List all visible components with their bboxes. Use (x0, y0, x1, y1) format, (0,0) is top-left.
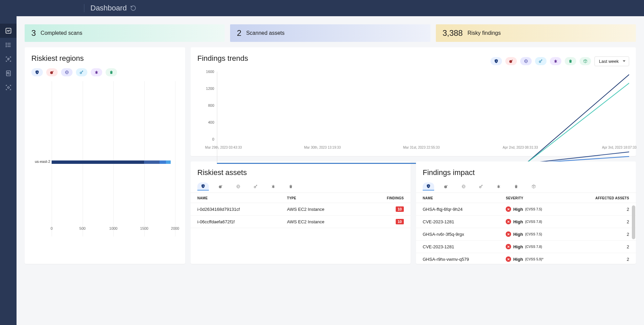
gear-icon[interactable] (458, 182, 469, 191)
trash-icon[interactable] (285, 182, 297, 191)
stat-value: 2 (237, 28, 241, 38)
x-axis-tick: Apr 3rd, 2023 18:07:33 (602, 146, 637, 149)
asset-type: AWS EC2 Instance (280, 216, 362, 228)
shield-icon[interactable]: ✕ (491, 57, 502, 65)
table-row[interactable]: GHSA-ffqj-6fqr-9h24✕High (CVSS 7.5)2 (416, 203, 636, 216)
svg-point-31 (498, 185, 500, 188)
impact-table: NAMESEVERITYAFFECTED ASSETS GHSA-ffqj-6f… (416, 193, 636, 264)
table-header: NAME (416, 193, 499, 203)
shield-icon[interactable]: ✕ (423, 182, 434, 191)
affected-assets: 2 (570, 228, 636, 241)
stat-value: 3,388 (443, 28, 463, 38)
time-range-label: Last week (599, 59, 619, 64)
svg-text:✕: ✕ (496, 60, 497, 62)
asset-name: i-0d2634168d79131cf (191, 203, 280, 216)
table-row[interactable]: i-0d2634168d79131cfAWS EC2 Instance10 (191, 203, 411, 216)
finding-severity: ✕High (CVSS 7.8) (499, 241, 570, 253)
trends-chart: 040080012001600 Mar 29th, 2023 03:43:33M… (197, 72, 629, 149)
severity-icon: ✕ (506, 231, 511, 237)
time-range-select[interactable]: Last week (594, 56, 629, 66)
table-header: SEVERITY (499, 193, 570, 203)
region-bar[interactable] (52, 160, 171, 164)
finding-name: GHSA-r9hx-vwmv-q579 (416, 253, 499, 264)
svg-point-16 (80, 72, 82, 74)
finding-name: GHSA-rv6r-3f5q-9rgx (416, 228, 499, 241)
assets-table: NAMETYPEFINDINGS i-0d2634168d79131cfAWS … (191, 193, 411, 228)
bomb-icon[interactable] (440, 182, 452, 191)
x-axis-tick: 0 (51, 226, 53, 230)
svg-point-20 (539, 61, 541, 62)
bug-icon[interactable] (91, 68, 102, 76)
sidebar-item-dashboard[interactable] (0, 24, 17, 38)
svg-point-17 (95, 71, 97, 74)
sidebar-item-list[interactable] (0, 38, 17, 52)
table-row[interactable]: CVE-2023-1281✕High (CVSS 7.8)2 (416, 216, 636, 228)
severity-icon: ✕ (506, 244, 511, 249)
y-axis-tick: 1600 (197, 70, 214, 74)
stat-label: Scanned assets (246, 30, 285, 36)
gear-icon[interactable] (61, 68, 73, 76)
x-axis-tick: Apr 2nd, 2023 08:31:33 (503, 146, 538, 149)
sidebar (0, 0, 17, 325)
cube-icon[interactable] (528, 182, 539, 191)
affected-assets: 2 (570, 203, 636, 216)
asset-findings: 10 (362, 203, 411, 216)
bomb-icon[interactable] (215, 182, 226, 191)
topbar-divider (84, 4, 84, 12)
stat-label: Risky findings (468, 30, 501, 36)
svg-point-25 (219, 185, 222, 188)
cube-icon[interactable] (580, 57, 591, 65)
table-row[interactable]: GHSA-rv6r-3f5q-9rgx✕High (CVSS 7.5)2 (416, 228, 636, 241)
svg-point-27 (272, 185, 274, 188)
bug-icon[interactable] (268, 182, 279, 191)
severity-icon: ✕ (506, 206, 511, 212)
svg-point-19 (509, 60, 512, 63)
topbar: Dashboard (17, 0, 644, 16)
svg-point-4 (6, 43, 6, 44)
x-axis-tick: 500 (79, 226, 85, 230)
table-row[interactable]: CVE-2023-1281✕High (CVSS 7.8)2 (416, 241, 636, 253)
key-icon[interactable] (475, 182, 487, 191)
svg-point-30 (479, 186, 481, 188)
asset-name: i-06ccffdaefa672f1f (191, 216, 280, 228)
stat-value: 3 (31, 28, 36, 38)
sidebar-item-target[interactable] (0, 52, 17, 66)
table-row[interactable]: GHSA-r9hx-vwmv-q579✕High (CVSS 5.9)*2 (416, 253, 636, 264)
impact-scrollbar[interactable] (632, 205, 635, 239)
key-icon[interactable] (250, 182, 261, 191)
gear-icon[interactable] (232, 182, 244, 191)
bug-icon[interactable] (493, 182, 504, 191)
panel-title: Riskiest regions (31, 54, 178, 63)
sidebar-item-search-doc[interactable] (0, 66, 17, 80)
table-row[interactable]: i-06ccffdaefa672f1fAWS EC2 Instance10 (191, 216, 411, 228)
svg-point-21 (555, 60, 557, 63)
trash-icon[interactable] (510, 182, 522, 191)
finding-severity: ✕High (CVSS 5.9)* (499, 253, 570, 264)
x-axis-tick: 1500 (140, 226, 148, 230)
table-header: NAME (191, 193, 280, 203)
bomb-icon[interactable] (505, 57, 517, 65)
affected-assets: 2 (570, 241, 636, 253)
gear-icon[interactable] (520, 57, 532, 65)
svg-point-6 (6, 46, 6, 47)
panel-title: Findings trends (197, 54, 248, 63)
stat-scanned-assets[interactable]: 2 Scanned assets (230, 24, 430, 42)
finding-severity: ✕High (CVSS 7.8) (499, 216, 570, 228)
stat-risky-findings[interactable]: 3,388 Risky findings (436, 24, 636, 42)
stat-completed-scans[interactable]: 3 Completed scans (25, 24, 225, 42)
trash-icon[interactable] (106, 68, 117, 76)
key-icon[interactable] (76, 68, 87, 76)
key-icon[interactable] (535, 57, 547, 65)
refresh-icon[interactable] (130, 5, 136, 11)
finding-name: CVE-2023-1281 (416, 241, 499, 253)
sidebar-item-scan[interactable] (0, 80, 17, 95)
trash-icon[interactable] (565, 57, 576, 65)
y-axis-tick: 1200 (197, 86, 214, 91)
shield-icon[interactable]: ✕ (31, 68, 43, 76)
shield-icon[interactable]: ✕ (197, 182, 209, 191)
svg-line-12 (8, 74, 9, 75)
y-axis-tick: 400 (197, 120, 214, 124)
bomb-icon[interactable] (46, 68, 58, 76)
bug-icon[interactable] (550, 57, 561, 65)
panel-title: Riskiest assets (191, 168, 411, 177)
